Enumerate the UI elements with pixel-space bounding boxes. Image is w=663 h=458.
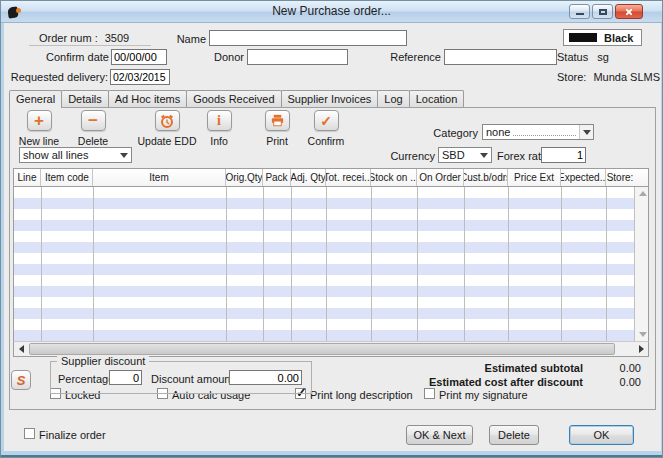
column-separator	[41, 187, 42, 341]
supplier-discount-label: Supplier discount	[57, 355, 149, 367]
table-row[interactable]	[14, 275, 634, 286]
table-row[interactable]	[14, 319, 634, 330]
currency-refresh-icon: S	[17, 373, 26, 388]
col-item[interactable]: Item	[93, 169, 226, 186]
print-my-signature-label: Print my signature	[439, 389, 528, 401]
requested-delivery-input[interactable]	[110, 69, 170, 85]
reference-input[interactable]	[444, 49, 557, 65]
scroll-left-icon[interactable]	[14, 342, 28, 356]
table-row[interactable]	[14, 286, 634, 297]
table-row[interactable]	[14, 264, 634, 275]
title-bar[interactable]: New Purchase order...	[1, 1, 662, 23]
col-on-order[interactable]: On Order	[417, 169, 464, 186]
table-row[interactable]	[14, 253, 634, 264]
category-dropdown[interactable]: none	[482, 124, 594, 140]
table-row[interactable]	[14, 330, 634, 341]
column-separator	[561, 187, 562, 341]
table-row[interactable]	[14, 187, 634, 198]
col-price-ext[interactable]: Price Ext	[508, 169, 561, 186]
table-row[interactable]	[14, 198, 634, 209]
chevron-down-icon	[579, 125, 593, 139]
finalize-order-checkbox[interactable]	[24, 428, 35, 439]
currency-dropdown[interactable]: SBD	[438, 147, 492, 163]
percentage-label: Percentage	[58, 373, 114, 385]
order-num-underline	[29, 45, 151, 46]
reference-label: Reference	[381, 51, 441, 63]
tab-supplier-invoices[interactable]: Supplier Invoices	[281, 90, 379, 107]
estimated-subtotal-label: Estimated subtotal	[421, 362, 583, 374]
scroll-down-icon[interactable]	[635, 328, 649, 341]
col-item-code[interactable]: Item code	[41, 169, 93, 186]
scroll-up-icon[interactable]	[635, 187, 649, 200]
table-row[interactable]	[14, 242, 634, 253]
forex-rate-input[interactable]	[541, 147, 586, 163]
name-label: Name	[161, 33, 206, 45]
chevron-down-icon	[477, 148, 491, 162]
color-swatch-label: Black	[604, 32, 633, 44]
tab-bar: General Details Ad Hoc items Goods Recei…	[9, 90, 463, 108]
tab-general[interactable]: General	[9, 90, 62, 108]
ok-button[interactable]: OK	[569, 425, 634, 445]
ok-next-button[interactable]: OK & Next	[406, 425, 473, 445]
table-row[interactable]	[14, 220, 634, 231]
col-orig-qty[interactable]: Orig.Qty	[226, 169, 263, 186]
col-adj-qty[interactable]: Adj. Qty	[291, 169, 326, 186]
donor-input[interactable]	[247, 49, 348, 65]
percentage-input[interactable]	[109, 370, 142, 385]
scroll-right-icon[interactable]	[634, 342, 648, 356]
purchase-order-window: New Purchase order... Order num : 3509 N…	[0, 0, 663, 458]
category-label: Category	[401, 127, 478, 139]
tab-goods-received[interactable]: Goods Received	[186, 90, 281, 107]
status-label: Status	[557, 51, 588, 63]
estimated-cost-after-discount-label: Estimated cost after discount	[401, 376, 583, 388]
tab-location[interactable]: Location	[409, 90, 465, 107]
show-lines-dropdown[interactable]: show all lines	[19, 147, 132, 163]
color-swatch[interactable]: Black	[563, 29, 642, 46]
table-body-rows	[14, 187, 634, 341]
print-my-signature-checkbox[interactable]	[424, 388, 435, 399]
minimize-button[interactable]	[569, 4, 590, 19]
estimated-subtotal-value: 0.00	[599, 362, 641, 374]
col-line[interactable]: Line	[14, 169, 41, 186]
column-separator	[226, 187, 227, 341]
currency-label: Currency	[389, 150, 435, 162]
column-separator	[371, 187, 372, 341]
horizontal-scroll-thumb[interactable]	[29, 343, 615, 355]
delete-button[interactable]: Delete	[489, 425, 539, 445]
printer-icon	[266, 111, 289, 130]
vertical-scrollbar[interactable]	[634, 187, 649, 341]
discount-amount-input[interactable]	[229, 370, 302, 385]
tab-ad-hoc-items[interactable]: Ad Hoc items	[108, 90, 187, 107]
store-value: Munda SLMS	[593, 71, 660, 83]
finalize-order-label: Finalize order	[39, 429, 106, 441]
confirm-button[interactable]: ✓ Confirm	[289, 110, 363, 147]
close-button[interactable]	[615, 4, 643, 19]
col-tot-received[interactable]: Tot. recei...	[326, 169, 371, 186]
col-store[interactable]: Store:	[606, 169, 634, 186]
table-row[interactable]	[14, 231, 634, 242]
color-swatch-chip	[569, 33, 597, 42]
column-separator	[93, 187, 94, 341]
table-row[interactable]	[14, 209, 634, 220]
name-input[interactable]	[209, 30, 407, 46]
tab-log[interactable]: Log	[377, 90, 409, 107]
confirm-date-input[interactable]	[111, 49, 167, 65]
col-stock-on-hand[interactable]: Stock on ...	[371, 169, 417, 186]
column-separator	[508, 187, 509, 341]
currency-refresh-button[interactable]: S	[11, 370, 31, 390]
col-expected[interactable]: Expected...	[561, 169, 606, 186]
currency-value: SBD	[442, 149, 465, 161]
maximize-button[interactable]	[592, 4, 613, 19]
chevron-down-icon	[117, 148, 131, 162]
col-pack[interactable]: Pack	[263, 169, 291, 186]
maximize-icon	[599, 9, 607, 15]
col-cust-backorders[interactable]: Cust.b/odrs	[464, 169, 508, 186]
show-lines-value: show all lines	[23, 149, 88, 161]
column-separator	[606, 187, 607, 341]
table-row[interactable]	[14, 308, 634, 319]
column-separator	[464, 187, 465, 341]
delete-line-button[interactable]: − Delete	[56, 110, 130, 147]
table-row[interactable]	[14, 297, 634, 308]
tab-details[interactable]: Details	[61, 90, 109, 107]
order-num: Order num : 3509	[39, 32, 129, 44]
